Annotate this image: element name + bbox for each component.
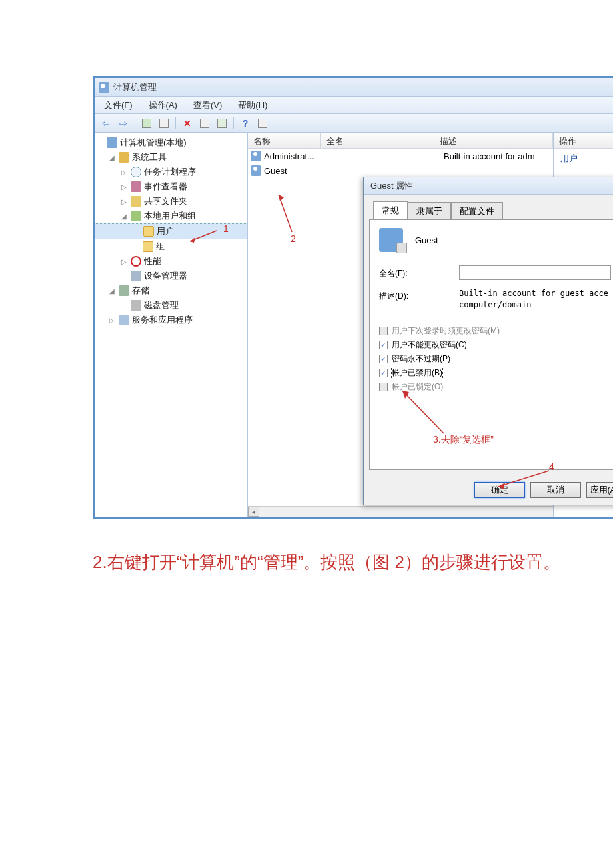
- storage-icon: [119, 285, 129, 296]
- col-fullname[interactable]: 全名: [321, 133, 434, 148]
- list-header: 名称 全名 描述: [248, 133, 553, 149]
- checkbox-icon: [379, 327, 388, 335]
- caption-text: 2.右键打开“计算机”的“管理”。按照（图 2）的步骤进行设置。: [93, 547, 572, 578]
- tree-users[interactable]: 用户: [95, 223, 247, 239]
- checkbox-icon[interactable]: [379, 341, 388, 349]
- show-hide-button[interactable]: [157, 116, 171, 131]
- computer-icon: [107, 137, 117, 148]
- tree-pane: 计算机管理(本地) ◢系统工具 ▷任务计划程序 ▷事件查看器 ▷共享文件夹 ◢本…: [95, 133, 248, 517]
- list-row[interactable]: Administrat... Built-in account for adm: [248, 149, 553, 163]
- fullname-input[interactable]: [459, 265, 611, 280]
- tree-disk-management[interactable]: 磁盘管理: [95, 298, 247, 313]
- checkbox-icon[interactable]: [379, 355, 388, 363]
- folder-icon: [143, 226, 154, 237]
- ok-button[interactable]: 确定: [474, 482, 525, 498]
- menu-view[interactable]: 查看(V): [188, 98, 227, 113]
- separator: [175, 117, 176, 129]
- services-icon: [119, 315, 129, 325]
- tree-device-manager[interactable]: 设备管理器: [95, 269, 247, 283]
- tools-icon: [119, 152, 129, 163]
- actions-item[interactable]: 用户: [554, 149, 613, 169]
- tree-system-tools[interactable]: ◢系统工具: [95, 150, 247, 165]
- checkbox-password-never-expires[interactable]: 密码永不过期(P): [379, 353, 611, 365]
- checkbox-account-locked: 帐户已锁定(O): [379, 381, 611, 393]
- checkbox-change-password: 用户下次登录时须更改密码(M): [379, 325, 611, 337]
- tree-storage[interactable]: ◢存储: [95, 283, 247, 298]
- window-title: 计算机管理: [113, 81, 157, 93]
- new-button[interactable]: [139, 116, 154, 131]
- col-name[interactable]: 名称: [248, 133, 321, 148]
- cancel-button[interactable]: 取消: [530, 482, 581, 498]
- back-button[interactable]: ⇦: [99, 116, 113, 131]
- horizontal-scrollbar[interactable]: ◂: [248, 506, 553, 517]
- checkbox-icon[interactable]: [379, 369, 388, 377]
- checkbox-icon: [379, 383, 388, 391]
- tree-task-scheduler[interactable]: ▷任务计划程序: [95, 165, 247, 179]
- checkbox-account-disabled[interactable]: 帐户已禁用(B): [379, 367, 611, 379]
- folder-icon: [143, 241, 153, 252]
- share-icon: [131, 196, 141, 207]
- menubar: 文件(F) 操作(A) 查看(V) 帮助(H): [95, 97, 613, 114]
- properties-button[interactable]: [197, 116, 212, 131]
- users-group-icon: [131, 211, 141, 221]
- tree-performance[interactable]: ▷性能: [95, 254, 247, 269]
- tree-groups[interactable]: 组: [95, 239, 247, 254]
- refresh-button[interactable]: [215, 116, 229, 131]
- description-label: 描述(D):: [379, 288, 452, 302]
- menu-action[interactable]: 操作(A): [143, 98, 183, 113]
- clock-icon: [131, 167, 141, 177]
- col-desc[interactable]: 描述: [434, 133, 553, 148]
- event-icon: [131, 181, 141, 192]
- tab-general[interactable]: 常规: [373, 201, 408, 219]
- titlebar[interactable]: 计算机管理: [95, 78, 613, 97]
- extra-button[interactable]: [255, 116, 270, 131]
- user-icon: [251, 151, 261, 161]
- tree-services-apps[interactable]: ▷服务和应用程序: [95, 313, 247, 327]
- forward-button[interactable]: ⇨: [116, 116, 131, 131]
- tree-local-users-groups[interactable]: ◢本地用户和组: [95, 209, 247, 223]
- devmgr-icon: [131, 271, 141, 281]
- username-label: Guest: [415, 235, 438, 245]
- tree-shared-folders[interactable]: ▷共享文件夹: [95, 194, 247, 209]
- menu-file[interactable]: 文件(F): [99, 98, 138, 113]
- help-button[interactable]: ?: [238, 116, 253, 131]
- performance-icon: [131, 256, 141, 267]
- tree-event-viewer[interactable]: ▷事件查看器: [95, 179, 247, 194]
- tree-root[interactable]: 计算机管理(本地): [95, 135, 247, 150]
- tab-body: Guest 全名(F): 描述(D): Built-in account for…: [369, 219, 613, 470]
- fullname-label: 全名(F):: [379, 265, 452, 279]
- separator: [233, 117, 234, 129]
- user-icon: [251, 165, 261, 176]
- menu-help[interactable]: 帮助(H): [233, 98, 273, 113]
- delete-button[interactable]: ✕: [180, 116, 195, 131]
- guest-properties-dialog: Guest 属性 常规 隶属于 配置文件 Guest 全名(F): 描述(D):…: [363, 177, 613, 505]
- tab-profile[interactable]: 配置文件: [451, 202, 503, 220]
- user-large-icon: [379, 228, 403, 252]
- scroll-left-button[interactable]: ◂: [248, 507, 259, 517]
- tabstrip: 常规 隶属于 配置文件: [373, 201, 613, 219]
- toolbar: ⇦ ⇨ ✕ ?: [95, 114, 613, 133]
- mmc-icon: [99, 82, 109, 93]
- actions-header: 操作: [554, 133, 613, 149]
- description-value[interactable]: Built-in account for guest acce computer…: [459, 288, 611, 311]
- apply-button[interactable]: 应用(A: [586, 482, 613, 498]
- checkbox-cannot-change-password[interactable]: 用户不能更改密码(C): [379, 339, 611, 351]
- dialog-title[interactable]: Guest 属性: [364, 177, 613, 195]
- list-row[interactable]: Guest: [248, 163, 553, 178]
- tab-memberof[interactable]: 隶属于: [408, 202, 451, 220]
- disk-icon: [131, 300, 141, 311]
- separator: [135, 117, 135, 129]
- dialog-buttons: 确定 取消 应用(A: [364, 475, 613, 505]
